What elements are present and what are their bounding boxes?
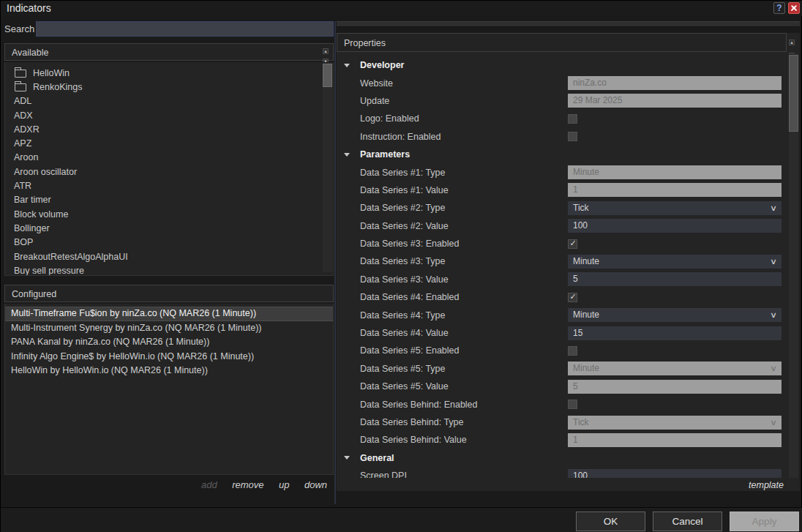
help-button[interactable]: ? — [773, 2, 785, 14]
collapse-triangle-icon[interactable] — [344, 153, 360, 157]
property-row: Data Series #4: Value 15 ∨ — [337, 324, 787, 342]
property-label: Update — [360, 96, 389, 106]
property-label: Data Series #5: Type — [360, 364, 446, 374]
property-value: 5 — [573, 381, 578, 391]
property-field[interactable]: 100 ∨ — [568, 219, 782, 233]
properties-scrollbar[interactable] — [789, 53, 798, 478]
properties-header-label: Properties — [344, 38, 386, 48]
available-list-item[interactable]: Buy sell pressure — [5, 263, 333, 276]
property-field[interactable]: 15 ∨ — [568, 326, 782, 340]
properties-scrollbar-thumb[interactable] — [789, 55, 798, 132]
property-field: 1 ∨ — [568, 433, 782, 447]
close-button[interactable] — [788, 2, 800, 14]
available-item-label: BreakoutRetestAlgoAlphaUI — [14, 252, 128, 262]
scroll-up-icon[interactable]: ▲ — [789, 40, 795, 45]
property-row: Developer ∨ — [337, 56, 787, 74]
property-row: Logo: Enabled ∨ — [337, 110, 787, 127]
chevron-down-icon: ∨ — [770, 308, 777, 322]
property-checkbox check-icon[interactable] — [568, 239, 577, 249]
available-list-item[interactable]: APZ — [5, 136, 333, 150]
available-list-item[interactable]: ATR — [5, 179, 333, 192]
property-value: 1 — [573, 435, 578, 445]
property-checkbox check-icon — [568, 132, 577, 141]
title-bar[interactable]: Indicators ? — [1, 1, 802, 16]
list-action-link[interactable]: up — [279, 479, 289, 490]
available-list-item[interactable]: Aroon oscillator — [5, 165, 333, 179]
available-list-item[interactable]: ADL — [5, 94, 333, 108]
folder-icon — [15, 83, 26, 91]
configured-list-item[interactable]: Infinity Algo Engine$ by HelloWin.io (NQ… — [5, 350, 333, 364]
available-item-label: HelloWin — [33, 68, 70, 78]
available-list-item[interactable]: ADX — [5, 108, 333, 122]
property-label: Data Series #4: Type — [360, 310, 446, 321]
configured-header: Configured — [4, 285, 334, 302]
property-checkbox check-icon[interactable] — [568, 293, 577, 302]
configured-list-item[interactable]: Multi-Timeframe Fu$ion by ninZa.co (NQ M… — [5, 307, 333, 321]
available-item-label: Block volume — [14, 209, 68, 220]
property-row: Data Series #1: Value 1 ∨ — [337, 181, 787, 199]
property-field: 5 ∨ — [568, 380, 782, 394]
property-row: Screen DPI 100 ∨ — [337, 467, 787, 478]
property-label: Data Series #1: Value — [360, 185, 449, 195]
collapse-triangle-icon[interactable] — [344, 456, 360, 460]
search-label: Search — [4, 23, 34, 34]
configured-list-item[interactable]: PANA Kanal by ninZa.co (NQ MAR26 (1 Minu… — [5, 335, 333, 350]
available-item-label: APZ — [14, 138, 31, 149]
available-list-item[interactable]: RenkoKings — [5, 80, 333, 94]
chevron-down-icon: ∨ — [770, 255, 777, 269]
configured-list-item[interactable]: Multi-Instrument Synergy by ninZa.co (NQ… — [5, 321, 333, 336]
property-field[interactable]: 100 ∨ — [568, 469, 782, 478]
apply-button: Apply — [730, 512, 799, 531]
property-field[interactable]: Tick ∨ — [568, 201, 782, 215]
configured-list: Multi-Timeframe Fu$ion by ninZa.co (NQ M… — [4, 304, 334, 475]
list-action-link[interactable]: down — [304, 479, 327, 490]
property-row: Data Series #5: Value 5 ∨ — [337, 378, 787, 395]
cancel-button[interactable]: Cancel — [653, 512, 722, 531]
property-value: 15 — [573, 328, 582, 338]
search-input[interactable] — [36, 21, 334, 37]
available-scrollbar-thumb[interactable] — [323, 64, 332, 87]
chevron-down-icon: ∨ — [770, 201, 777, 215]
property-label: General — [360, 453, 394, 463]
available-list-item[interactable]: ADXR — [5, 122, 333, 136]
property-checkbox check-icon — [568, 114, 577, 124]
property-label: Data Series #3: Value — [360, 274, 449, 285]
property-value: 100 — [573, 220, 588, 231]
available-scrollbar[interactable] — [323, 63, 332, 272]
property-row: Data Series #5: Enabled ∨ — [337, 342, 787, 359]
indicators-dialog: Indicators ? Search Available ▲ ▼ HelloW… — [0, 0, 802, 532]
property-row: Data Series #2: Type Tick ∨ — [337, 199, 787, 217]
ok-button[interactable]: OK — [576, 512, 645, 531]
available-list-item[interactable]: HelloWin — [5, 66, 333, 80]
available-item-label: RenkoKings — [33, 82, 82, 92]
property-label: Data Series #4: Enabled — [360, 292, 460, 302]
available-item-label: Aroon — [14, 152, 38, 162]
list-action-link[interactable]: add — [201, 479, 217, 490]
available-list-item[interactable]: Bar timer — [5, 193, 333, 207]
available-item-label: Buy sell pressure — [14, 266, 84, 276]
template-link[interactable]: template — [749, 480, 784, 490]
property-row: Website ninZa.co ∨ — [337, 74, 787, 91]
property-row: Instruction: Enabled ∨ — [337, 128, 787, 146]
available-item-label: Aroon oscillator — [14, 167, 77, 177]
property-field[interactable]: Minute ∨ — [568, 255, 782, 269]
available-list-item[interactable]: Aroon — [5, 151, 333, 165]
available-item-label: ADX — [14, 110, 33, 121]
folder-icon — [15, 70, 26, 78]
scroll-up-icon[interactable]: ▲ — [323, 48, 329, 54]
property-label: Data Series #5: Enabled — [360, 345, 460, 356]
collapse-triangle-icon[interactable] — [344, 64, 360, 67]
properties-header: Properties — [337, 33, 787, 52]
horizontal-splitter[interactable] — [337, 21, 800, 27]
property-field: 29 Mar 2025 ∨ — [568, 94, 782, 108]
available-list-item[interactable]: Bollinger — [5, 221, 333, 235]
list-action-link[interactable]: remove — [232, 479, 263, 490]
chevron-down-icon: ∨ — [770, 416, 777, 430]
property-value: Tick — [573, 203, 589, 213]
available-list-item[interactable]: BOP — [5, 236, 333, 250]
configured-list-item[interactable]: HelloWin by HelloWin.io (NQ MAR26 (1 Min… — [5, 364, 333, 378]
available-list-item[interactable]: Block volume — [5, 207, 333, 221]
property-field[interactable]: Minute ∨ — [568, 308, 782, 322]
available-list-item[interactable]: BreakoutRetestAlgoAlphaUI — [5, 250, 333, 263]
property-field[interactable]: 5 ∨ — [568, 272, 782, 286]
